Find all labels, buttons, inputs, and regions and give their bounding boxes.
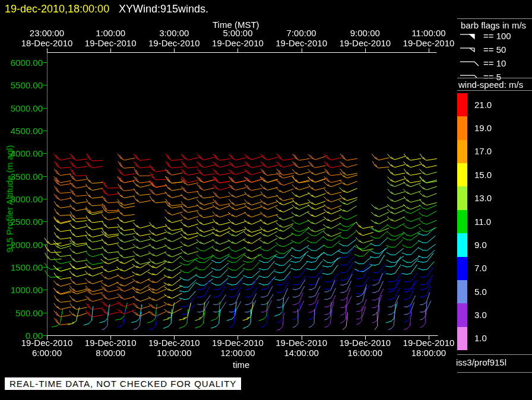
colorbar-value-label: 19.0	[474, 123, 492, 133]
colorbar-segment	[457, 327, 467, 350]
left-axis-tick-label: 3000.00	[1, 194, 43, 204]
bottom-axis-tick-label: 19-Dec-201016:00:00	[330, 338, 401, 358]
wind-speed-colorbar	[457, 93, 467, 350]
bottom-axis-tick-label: 19-Dec-20108:00:00	[75, 338, 146, 358]
barb-legend-title: barb flags in m/s	[461, 20, 526, 30]
panel-divider	[457, 78, 532, 78]
bottom-axis-tick-label: 19-Dec-201014:00:00	[266, 338, 337, 358]
app-window: 19-dec-2010,18:00:00 XYWind:915winds. Ti…	[0, 0, 532, 400]
top-axis-tick-label: 3:00:0019-Dec-2010	[138, 28, 210, 48]
colorbar-segment	[457, 233, 467, 256]
barb-legend-entry: == 10	[460, 58, 506, 68]
colorbar-title: wind-speed: m/s	[458, 80, 523, 90]
left-axis-tick-label: 5500.00	[1, 80, 43, 90]
colorbar-value-label: 1.0	[474, 333, 487, 343]
top-axis-tick-label: 1:00:0019-Dec-2010	[75, 28, 146, 48]
colorbar-segment	[457, 303, 467, 326]
colorbar-value-label: 15.0	[474, 170, 492, 180]
open-pennant-icon	[460, 45, 480, 55]
timestamp: 19-dec-2010,18:00:00	[5, 3, 109, 15]
colorbar-value-label: 11.0	[474, 217, 491, 227]
filled-pennant-icon	[460, 31, 480, 41]
left-axis-tick-label: 4000.00	[1, 148, 43, 158]
top-axis-tick-label: 23:00:0018-Dec-2010	[11, 28, 83, 48]
quality-warning: REAL-TIME DATA, NOT CHECKED FOR QUALITY	[5, 377, 241, 390]
page-title: XYWind:915winds.	[119, 3, 208, 15]
top-axis-tick-label: 5:00:0019-Dec-2010	[202, 28, 273, 48]
colorbar-segment	[457, 93, 467, 116]
barb-legend-entry: == 100	[460, 31, 511, 41]
left-axis-tick-label: 2000.00	[1, 240, 43, 250]
left-axis-tick-label: 4500.00	[1, 126, 43, 136]
bottom-axis-tick-label: 19-Dec-20106:00:00	[11, 338, 83, 358]
panel-divider	[457, 372, 532, 373]
colorbar-segment	[457, 257, 467, 280]
bottom-axis-title: time	[233, 360, 249, 370]
barb-legend-entry: == 50	[460, 45, 506, 55]
top-axis-tick-label: 9:00:0019-Dec-2010	[330, 28, 401, 48]
left-axis-tick-label: 1000.00	[1, 285, 43, 295]
bottom-axis-tick-label: 19-Dec-201012:00:00	[202, 338, 273, 358]
top-axis-tick-label: 11:00:0019-Dec-2010	[393, 28, 464, 48]
colorbar-value-label: 17.0	[474, 146, 492, 156]
colorbar-value-label: 5.0	[474, 287, 487, 297]
barb-legend-value: == 10	[483, 58, 506, 68]
bottom-axis-tick-label: 19-Dec-201018:00:00	[393, 338, 464, 358]
left-axis-tick-label: 6000.00	[1, 58, 43, 68]
barb-legend-value: == 50	[483, 45, 506, 55]
left-axis-tick-label: 500.00	[1, 308, 43, 318]
left-axis-tick-label: 2500.00	[1, 217, 43, 227]
bottom-axis-tick-label: 19-Dec-201010:00:00	[138, 338, 210, 358]
colorbar-value-label: 9.0	[474, 240, 487, 250]
left-axis-tick-label: 3500.00	[1, 172, 43, 182]
colorbar-value-label: 3.0	[474, 310, 487, 320]
colorbar-segment	[457, 116, 467, 139]
colorbar-value-label: 13.0	[474, 193, 492, 203]
colorbar-segment	[457, 186, 467, 209]
data-source-label: iss3/prof915l	[456, 357, 506, 367]
colorbar-segment	[457, 280, 467, 303]
top-axis-tick-label: 7:00:0019-Dec-2010	[266, 28, 337, 48]
left-axis-tick-label: 1500.00	[1, 262, 43, 272]
full-barb-icon	[460, 59, 480, 68]
barb-legend-value: == 100	[483, 31, 511, 41]
left-axis-tick-label: 5000.00	[1, 103, 43, 113]
panel-divider	[457, 90, 532, 91]
colorbar-value-label: 7.0	[474, 263, 487, 273]
colorbar-segment	[457, 210, 467, 233]
panel-divider	[457, 18, 532, 19]
colorbar-segment	[457, 140, 467, 163]
colorbar-segment	[457, 163, 467, 186]
colorbar-value-label: 21.0	[474, 100, 492, 110]
panel-divider	[457, 354, 532, 355]
